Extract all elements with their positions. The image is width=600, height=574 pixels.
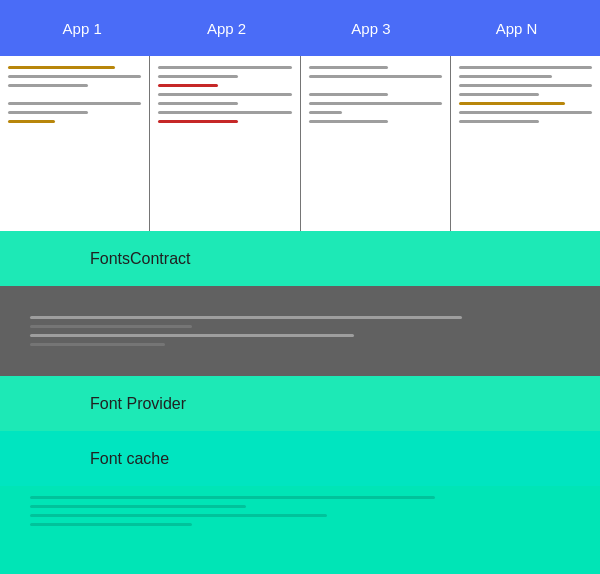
col3-line6 [309, 111, 342, 114]
col3-line7 [309, 120, 389, 123]
mid-line3 [30, 334, 354, 337]
fonts-contract-section: FontsContract [0, 231, 600, 286]
mid-line1 [30, 316, 462, 319]
coln-line7 [459, 120, 539, 123]
col1-line2 [8, 75, 141, 78]
col1-line3 [8, 84, 88, 87]
coln-line4 [459, 93, 539, 96]
main-container: App 1 App 2 App 3 App N [0, 0, 600, 574]
font-provider-label: Font Provider [90, 395, 186, 413]
col1-line7 [8, 120, 55, 123]
bottom-line2 [30, 505, 246, 508]
col1-line1 [8, 66, 115, 69]
app-bar: App 1 App 2 App 3 App N [0, 0, 600, 56]
bottom-teal-section [0, 486, 600, 574]
coln-line1 [459, 66, 592, 69]
tab-appn[interactable]: App N [480, 12, 554, 45]
app-column-n [451, 56, 600, 231]
bottom-line4 [30, 523, 192, 526]
coln-line6 [459, 111, 592, 114]
col1-line4 [8, 93, 75, 96]
font-cache-label: Font cache [90, 450, 169, 468]
mid-line4 [30, 343, 165, 346]
col2-line3 [158, 84, 218, 87]
col2-line5 [158, 102, 238, 105]
col1-line6 [8, 111, 88, 114]
tab-app1[interactable]: App 1 [47, 12, 118, 45]
font-provider-section: Font Provider [0, 376, 600, 431]
app-column-3 [301, 56, 451, 231]
font-cache-section: Font cache [0, 431, 600, 486]
bottom-line3 [30, 514, 327, 517]
fonts-contract-label: FontsContract [90, 250, 190, 268]
coln-line5 [459, 102, 566, 105]
tab-app3[interactable]: App 3 [335, 12, 406, 45]
col2-line2 [158, 75, 238, 78]
col3-line1 [309, 66, 389, 69]
col3-line5 [309, 102, 442, 105]
col2-line7 [158, 120, 238, 123]
middle-gray-section [0, 286, 600, 376]
bottom-line1 [30, 496, 435, 499]
col3-line3 [309, 84, 376, 87]
col3-line4 [309, 93, 389, 96]
col3-line2 [309, 75, 442, 78]
app-column-1 [0, 56, 150, 231]
mid-line2 [30, 325, 192, 328]
app-columns-layer [0, 56, 600, 231]
diagram-area: FontsContract Font Provider Font cache [0, 56, 600, 574]
tab-app2[interactable]: App 2 [191, 12, 262, 45]
col2-line4 [158, 93, 291, 96]
col1-line5 [8, 102, 141, 105]
app-column-2 [150, 56, 300, 231]
col2-line6 [158, 111, 291, 114]
coln-line3 [459, 84, 592, 87]
coln-line2 [459, 75, 552, 78]
col2-line1 [158, 66, 291, 69]
